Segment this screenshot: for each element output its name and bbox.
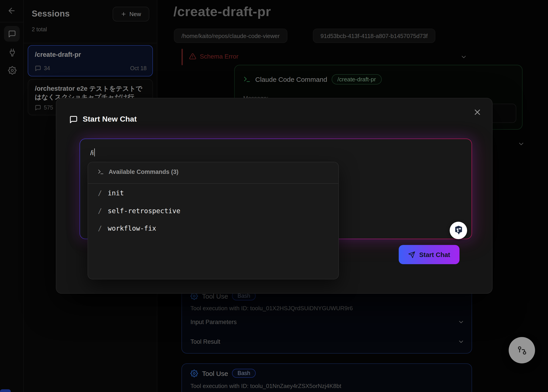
start-new-chat-modal: Start New Chat /i [56,98,492,294]
command-name: workflow-fix [108,224,156,232]
commands-dropdown-title: Available Commands (3) [109,168,179,175]
chat-bubble-icon [69,115,78,124]
command-prefix: / [98,207,102,215]
command-option-self-retrospective[interactable]: / self-retrospective [88,203,338,219]
command-prefix: / [98,224,102,232]
commands-dropdown: Available Commands (3) / init / self-ret… [88,162,339,279]
start-chat-button[interactable]: Start Chat [399,245,459,264]
text-caret [94,148,95,156]
dropdown-divider [88,183,338,184]
git-graph-fab[interactable] [509,337,535,363]
git-pull-request-icon [517,345,527,355]
modal-title: Start New Chat [83,115,137,124]
command-name: self-retrospective [108,207,180,215]
close-button[interactable] [473,108,482,117]
command-prefix: / [98,189,102,197]
send-icon [408,251,415,258]
start-chat-label: Start Chat [419,251,450,258]
commands-dropdown-header: Available Commands (3) [98,168,179,175]
close-icon [473,108,482,117]
screenshot-stage: Sessions New 2 total /create-draft-pr 34… [0,0,548,392]
command-option-workflow-fix[interactable]: / workflow-fix [88,220,338,237]
command-option-init[interactable]: / init [88,185,338,202]
share-chat-logo-icon [453,225,464,236]
chat-input-value: /i [90,149,94,156]
command-name: init [108,189,124,197]
terminal-icon [98,168,104,175]
extension-logo-button[interactable] [450,222,467,239]
app-root: Sessions New 2 total /create-draft-pr 34… [0,0,548,392]
